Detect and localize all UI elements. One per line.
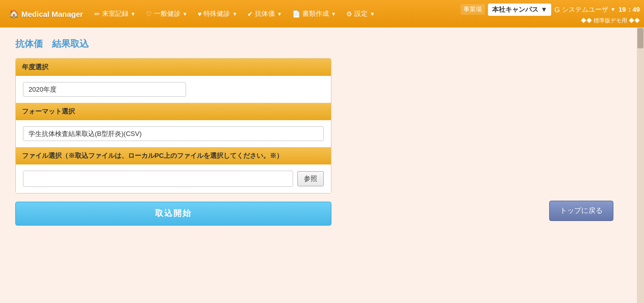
- year-select-wrapper: 2020年度 2019年度 2018年度 2017年度: [23, 82, 186, 97]
- system-user-menu[interactable]: G システムユーザ ▼: [554, 5, 615, 14]
- chevron-down-icon-5: ▼: [331, 11, 336, 17]
- check-icon: ✔: [247, 10, 253, 18]
- chevron-down-icon: ▼: [131, 11, 136, 17]
- scrollbar-thumb[interactable]: [637, 28, 643, 48]
- format-section-header: フォーマット選択: [16, 103, 331, 120]
- user-icon: G: [554, 6, 560, 14]
- nav-special-health-label: 特殊健診: [203, 9, 230, 18]
- year-select[interactable]: 2020年度 2019年度 2018年度 2017年度: [23, 82, 186, 97]
- form-container: 年度選択 2020年度 2019年度 2018年度 2017年度 フォーマット選…: [15, 58, 331, 194]
- nav-settings[interactable]: ⚙ 設定 ▼: [342, 7, 379, 20]
- chevron-down-user-icon: ▼: [610, 7, 615, 12]
- nav-document-create-label: 書類作成: [302, 9, 329, 18]
- chevron-down-icon-6: ▼: [370, 11, 375, 17]
- format-section-body: 学生抗体検査結果取込(B型肝炎)(CSV) 学生抗体検査結果取込(麻疹・風疹)(…: [16, 120, 331, 147]
- campus-name: 本社キャンパス: [492, 5, 538, 14]
- format-select[interactable]: 学生抗体検査結果取込(B型肝炎)(CSV) 学生抗体検査結果取込(麻疹・風疹)(…: [23, 126, 324, 141]
- chevron-down-icon-3: ▼: [232, 11, 237, 17]
- nav-general-health-label: 一般健診: [154, 9, 181, 18]
- document-icon: 📄: [292, 10, 300, 18]
- gear-icon: ⚙: [346, 10, 352, 18]
- nav-right-section: 事業場 本社キャンパス ▼ G システムユーザ ▼ 19：49 ◆◆ 標準版デモ…: [460, 4, 640, 24]
- format-select-wrapper: 学生抗体検査結果取込(B型肝炎)(CSV) 学生抗体検査結果取込(麻疹・風疹)(…: [23, 126, 324, 141]
- nav-antibody-label: 抗体価: [255, 9, 275, 18]
- brand-label: Medical Manager: [21, 10, 83, 18]
- year-section-header: 年度選択: [16, 59, 331, 76]
- campus-selector[interactable]: 本社キャンパス ▼: [488, 4, 551, 16]
- nav-settings-label: 設定: [354, 9, 368, 18]
- time-display: 19：49: [619, 5, 640, 14]
- demo-label: ◆◆ 標準版デモ用 ◆◆: [581, 17, 640, 24]
- file-path-input[interactable]: [23, 171, 293, 187]
- system-user-label: システムユーザ: [562, 5, 608, 14]
- scrollbar[interactable]: [637, 27, 644, 303]
- year-section-body: 2020年度 2019年度 2018年度 2017年度: [16, 76, 331, 103]
- file-section-header: ファイル選択（※取込ファイルは、ローカルPC上のファイルを選択してください。※）: [16, 147, 331, 164]
- nav-document-create[interactable]: 📄 書類作成 ▼: [288, 7, 340, 20]
- business-label: 事業場: [460, 4, 485, 15]
- chevron-down-campus-icon: ▼: [540, 6, 547, 13]
- chevron-down-icon-2: ▼: [183, 11, 188, 17]
- chevron-down-icon-4: ▼: [277, 11, 282, 17]
- back-to-top-button[interactable]: トップに戻る: [549, 201, 613, 221]
- nav-visit-record-label: 来室記録: [102, 9, 128, 18]
- nav-visit-record[interactable]: ✏ 来室記録 ▼: [90, 7, 140, 20]
- import-button[interactable]: 取込開始: [15, 202, 331, 226]
- main-content: 抗体価 結果取込 年度選択 2020年度 2019年度 2018年度 2017年…: [0, 27, 644, 303]
- nav-general-health[interactable]: ♡ 一般健診 ▼: [142, 7, 192, 20]
- demo-label-row: ◆◆ 標準版デモ用 ◆◆: [581, 17, 640, 24]
- file-input-row: 参照: [16, 164, 331, 193]
- home-icon: 🏠: [9, 9, 19, 18]
- nav-special-health[interactable]: ♥ 特殊健診 ▼: [194, 7, 242, 20]
- browse-button[interactable]: 参照: [297, 171, 324, 186]
- pencil-icon: ✏: [94, 10, 100, 18]
- navbar: 🏠 Medical Manager ✏ 来室記録 ▼ ♡ 一般健診 ▼ ♥ 特殊…: [0, 0, 644, 27]
- nav-antibody[interactable]: ✔ 抗体価 ▼: [243, 7, 286, 20]
- heart-outline-icon: ♡: [146, 10, 152, 18]
- nav-right-top: 事業場 本社キャンパス ▼ G システムユーザ ▼ 19：49: [460, 4, 640, 16]
- app-brand[interactable]: 🏠 Medical Manager: [4, 7, 88, 20]
- page-title: 抗体価 結果取込: [15, 38, 629, 50]
- heart-filled-icon: ♥: [198, 10, 202, 18]
